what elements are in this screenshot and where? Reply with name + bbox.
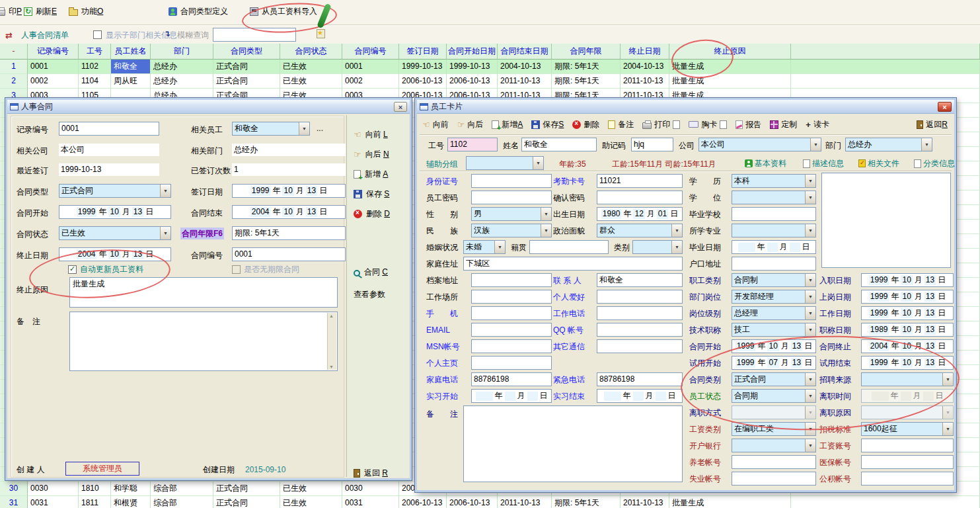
column-header[interactable]: - — [0, 44, 28, 60]
chevron-down-icon[interactable] — [671, 241, 682, 253]
more-employees-button[interactable]: ... — [317, 122, 323, 135]
chevron-down-icon[interactable] — [805, 323, 815, 336]
emp-password-input[interactable] — [471, 190, 552, 204]
contract-start-input[interactable]: 1999年10月13日 — [59, 205, 171, 219]
contract-view-button[interactable]: 合同 C — [354, 267, 388, 278]
contract-add-button[interactable]: 新增 A — [354, 169, 388, 180]
chevron-down-icon[interactable] — [942, 373, 953, 386]
empname-input[interactable]: 和敬全 — [521, 138, 597, 151]
aux-group-select[interactable] — [466, 156, 544, 170]
column-header[interactable]: 合同编号 — [342, 44, 399, 60]
fuzzy-query-input[interactable] — [213, 28, 296, 42]
chevron-down-icon[interactable] — [921, 138, 932, 151]
table-row[interactable]: 3100311811和根贤综合部正式合同已生效00312006-10-13200… — [0, 496, 980, 508]
native-place-input[interactable] — [529, 240, 609, 254]
major-select[interactable] — [732, 224, 816, 237]
menu-function[interactable]: 功能O — [69, 6, 103, 17]
gender-select[interactable]: 男 — [471, 207, 552, 221]
tab-description[interactable]: 描述信息 — [803, 157, 844, 169]
qq-input[interactable] — [597, 323, 683, 337]
column-header[interactable] — [791, 44, 980, 60]
menu-print[interactable]: 印P — [0, 6, 22, 17]
chevron-down-icon[interactable] — [805, 423, 815, 435]
tab-classification[interactable]: 分类信息 — [914, 157, 955, 169]
title-date-input[interactable]: 1989年10月13日 — [861, 323, 954, 337]
termination-date-input[interactable]: 2004年10月13日 — [59, 247, 171, 261]
education-select[interactable]: 本科 — [732, 174, 816, 188]
registered-address-input[interactable] — [732, 257, 816, 271]
related-employee-select[interactable]: 和敬全 — [232, 122, 310, 136]
ethnicity-select[interactable]: 汉族 — [471, 224, 552, 237]
emp-add-button[interactable]: 新增A — [492, 119, 523, 130]
chevron-down-icon[interactable] — [160, 227, 170, 239]
chevron-down-icon[interactable] — [805, 390, 815, 402]
chevron-down-icon[interactable] — [942, 423, 953, 435]
chevron-down-icon[interactable] — [160, 185, 170, 197]
chevron-down-icon[interactable] — [805, 439, 815, 452]
chevron-down-icon[interactable] — [805, 373, 815, 386]
tab-related-files[interactable]: 相关文件 — [858, 157, 899, 169]
category-select[interactable] — [632, 240, 683, 254]
contract-category-select[interactable]: 正式合同 — [732, 372, 816, 386]
hire-date-input[interactable]: 1999年10月13日 — [861, 273, 954, 287]
home-phone-input[interactable]: 88786198 — [471, 372, 552, 386]
termination-reason-textarea[interactable]: 批量生成 — [69, 277, 338, 308]
position-level-select[interactable]: 总经理 — [732, 306, 816, 320]
chevron-down-icon[interactable] — [810, 138, 821, 151]
column-header[interactable]: 签订日期 — [399, 44, 447, 60]
checkbox-icon[interactable] — [68, 265, 77, 274]
tech-title-select[interactable]: 技工 — [732, 323, 816, 337]
menu-contract-type-define[interactable]: 合同类型定义 — [169, 6, 228, 17]
emergency-phone-input[interactable]: 88786198 — [597, 372, 683, 386]
emp-prev-button[interactable]: 向前 — [422, 119, 449, 130]
work-date-input[interactable]: 1999年10月13日 — [861, 306, 954, 320]
degree-select[interactable] — [732, 190, 816, 204]
column-header[interactable]: 合同开始日期 — [447, 44, 498, 60]
home-address-input[interactable]: 下城区 — [463, 257, 683, 271]
contract-view-params-button[interactable]: 查看参数 — [354, 289, 385, 300]
chevron-down-icon[interactable] — [805, 290, 815, 303]
column-header[interactable]: 合同年限 — [552, 44, 621, 60]
employee-dialog-titlebar[interactable]: 员工卡片 — [417, 100, 954, 114]
column-header[interactable]: 合同状态 — [280, 44, 342, 60]
close-icon[interactable] — [938, 102, 952, 112]
staff-category-select[interactable]: 合同制 — [732, 273, 816, 287]
tab-basic-info[interactable]: 基本资料 — [745, 157, 786, 169]
emp-customize-button[interactable]: 定制 — [770, 119, 797, 130]
dept-select[interactable]: 总经办 — [845, 138, 932, 151]
salary-account-input[interactable] — [861, 439, 954, 452]
political-select[interactable]: 群众 — [597, 224, 683, 237]
work-phone-input[interactable] — [597, 306, 683, 320]
contract-prev-button[interactable]: 向前 L — [354, 129, 388, 140]
mnemonic-input[interactable]: hjq — [631, 138, 673, 151]
contract-type-select[interactable]: 正式合同 — [59, 184, 171, 198]
emp-return-button[interactable]: 返回R — [917, 119, 948, 130]
chevron-down-icon[interactable] — [805, 191, 815, 204]
menu-import-from-employee[interactable]: 从员工资料导入 — [250, 6, 317, 17]
id-card-input[interactable] — [471, 174, 552, 188]
bank-select[interactable] — [732, 439, 816, 452]
contract-no-input[interactable]: 0001 — [232, 247, 346, 261]
onboard-date-input[interactable]: 1999年10月13日 — [861, 290, 954, 304]
homepage-input[interactable] — [471, 356, 552, 370]
grad-school-input[interactable] — [732, 207, 816, 221]
remark-textarea[interactable] — [69, 312, 338, 371]
column-header[interactable]: 合同类型 — [213, 44, 280, 60]
chevron-down-icon[interactable] — [805, 224, 815, 237]
intern-end-input[interactable]: 年月日 — [597, 389, 683, 403]
emp-delete-button[interactable]: 删除 — [572, 119, 599, 130]
emp-readcard-button[interactable]: 读卡 — [806, 119, 829, 130]
grad-date-input[interactable]: 年月日 — [732, 240, 816, 254]
column-header[interactable]: 终止日期 — [621, 44, 669, 60]
contract-save-button[interactable]: 保存 S — [354, 189, 389, 200]
emp-report-button[interactable]: 报告 — [735, 119, 761, 130]
unemployment-account-input[interactable] — [732, 472, 816, 486]
medical-account-input[interactable] — [861, 455, 954, 469]
recruit-source-select[interactable] — [861, 372, 954, 386]
contact-person-input[interactable]: 和敬全 — [597, 273, 683, 287]
contract-end-input[interactable]: 2004年10月13日 — [232, 205, 346, 219]
chevron-down-icon[interactable] — [671, 224, 682, 237]
probation-end-input[interactable]: 1999年10月13日 — [861, 356, 954, 370]
record-no-input[interactable]: 0001 — [59, 122, 159, 136]
contract-return-button[interactable]: 返回 R — [354, 468, 388, 479]
